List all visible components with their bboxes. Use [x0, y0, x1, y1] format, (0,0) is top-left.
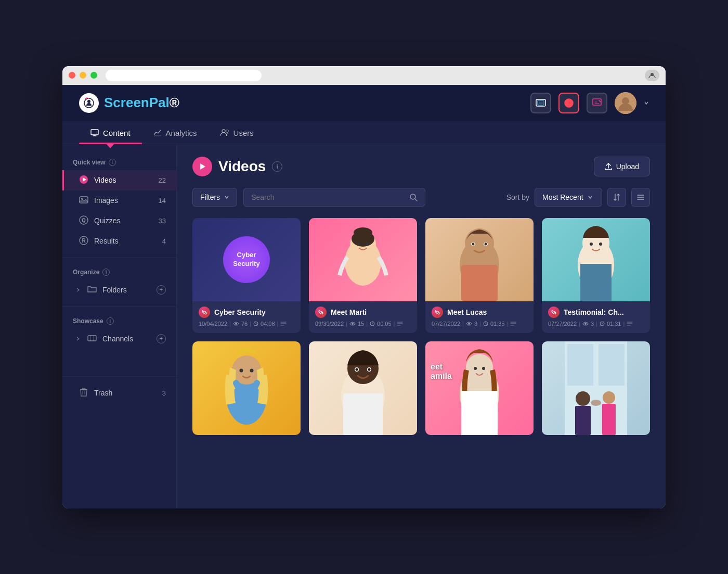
svg-point-54	[250, 368, 254, 372]
sort-direction-btn[interactable]	[607, 188, 626, 207]
svg-point-12	[222, 130, 225, 133]
logo-text: ScreenPal®	[104, 95, 179, 111]
trash-icon	[79, 388, 89, 399]
user-avatar[interactable]	[615, 92, 636, 114]
amira-illustration	[215, 341, 278, 435]
svg-point-53	[240, 368, 243, 372]
svg-rect-69	[599, 344, 625, 386]
sidebar-item-folders[interactable]: Folders +	[62, 280, 176, 300]
video-card-meet-marti[interactable]: Meet Marti 09/30/2022 | 15 | 00:05 |	[309, 218, 417, 333]
showcase-label: Showcase	[73, 317, 103, 325]
video-title-testimonial: Testimonial: Ch...	[564, 308, 624, 316]
svg-point-25	[235, 323, 237, 325]
upload-button[interactable]: Upload	[594, 157, 650, 176]
svg-rect-41	[461, 265, 498, 301]
content-icon	[90, 129, 99, 137]
channels-add-btn[interactable]: +	[157, 334, 166, 343]
video-title-cyber: Cyber Security	[214, 308, 266, 316]
video-card-amira[interactable]	[192, 341, 301, 435]
cyber-circle: CyberSecurity	[223, 236, 270, 283]
search-box[interactable]	[243, 188, 425, 207]
quick-view-info-icon: i	[109, 159, 116, 166]
video-title-row-marti: Meet Marti	[315, 307, 411, 318]
svg-point-49	[584, 323, 587, 325]
link-icon-testimonial	[548, 307, 560, 318]
tab-analytics[interactable]: Analytics	[142, 121, 209, 144]
search-input[interactable]	[251, 193, 405, 201]
tab-content[interactable]: Content	[79, 121, 142, 144]
sidebar-item-videos[interactable]: Videos 22	[62, 170, 176, 190]
video-info-lucas: Meet Lucas 07/27/2022 | 3 | 01:35 |	[425, 301, 534, 333]
sidebar-item-trash[interactable]: Trash 3	[62, 383, 176, 403]
channels-expand-icon[interactable]	[74, 335, 82, 342]
organize-section: Organize i	[62, 264, 176, 280]
page-title: Videos	[218, 158, 266, 175]
analytics-icon	[153, 129, 162, 137]
showcase-section: Showcase i	[62, 313, 176, 329]
video-thumb-marti	[309, 218, 417, 301]
filters-button[interactable]: Filters	[192, 188, 237, 207]
chrome-profile[interactable]	[645, 70, 659, 81]
svg-rect-11	[91, 130, 98, 135]
svg-point-60	[368, 368, 371, 371]
folders-expand-icon[interactable]	[74, 286, 82, 294]
record-btn[interactable]	[558, 93, 579, 113]
maximize-btn[interactable]	[90, 72, 97, 79]
video-card-meet-lucas[interactable]: Meet Lucas 07/27/2022 | 3 | 01:35 |	[425, 218, 534, 333]
video-thumb-lucas	[425, 218, 534, 301]
upload-label: Upload	[616, 162, 639, 171]
svg-rect-71	[575, 406, 591, 435]
svg-rect-16	[80, 197, 88, 203]
video-card-testimonial[interactable]: Testimonial: Ch... 07/27/2022 | 3 | 01:3…	[542, 218, 650, 333]
analytics-tab-label: Analytics	[166, 129, 197, 137]
sidebar-videos-count: 22	[159, 176, 166, 184]
filters-label: Filters	[200, 193, 220, 201]
organize-info-icon: i	[102, 269, 110, 276]
sidebar-item-results[interactable]: R Results 4	[62, 231, 176, 251]
svg-point-40	[485, 243, 487, 245]
sidebar-item-channels[interactable]: Channels +	[62, 329, 176, 349]
upload-icon	[605, 163, 612, 170]
tab-users[interactable]: Users	[209, 121, 265, 144]
svg-point-63	[466, 354, 493, 381]
svg-point-7	[566, 100, 571, 106]
video-card-office[interactable]	[542, 341, 650, 435]
video-thumb-testimonial	[542, 218, 650, 301]
video-meta-lucas: 07/27/2022 | 3 | 01:35 |	[432, 321, 527, 327]
sidebar-quizzes-count: 33	[159, 217, 166, 225]
svg-point-39	[472, 243, 475, 245]
quizzes-icon: Q	[79, 215, 89, 226]
top-nav: ScreenPal®	[62, 85, 666, 121]
top-nav-right	[530, 92, 649, 114]
link-icon-marti	[315, 307, 327, 318]
close-btn[interactable]	[69, 72, 75, 79]
video-card-james[interactable]	[309, 341, 417, 435]
video-title-row-cyber: Cyber Security	[199, 307, 294, 318]
sort-dropdown[interactable]: Most Recent	[535, 188, 602, 207]
video-info-testimonial: Testimonial: Ch... 07/27/2022 | 3 | 01:3…	[542, 301, 650, 333]
minimize-btn[interactable]	[80, 72, 86, 79]
testimonial-illustration	[565, 218, 627, 301]
sidebar-divider-2	[62, 307, 176, 307]
title-play-icon	[192, 157, 212, 176]
sidebar-item-images[interactable]: Images 14	[62, 190, 176, 211]
video-info-marti: Meet Marti 09/30/2022 | 15 | 00:05 |	[309, 301, 417, 333]
svg-point-74	[591, 400, 601, 406]
video-card-cyber-security[interactable]: CyberSecurity Cyber Security	[192, 218, 301, 333]
search-icon	[409, 193, 418, 201]
video-card-camila[interactable]: eetamila	[425, 341, 534, 435]
sidebar-images-count: 14	[159, 197, 166, 205]
list-view-btn[interactable]	[631, 188, 650, 207]
video-meta-marti: 09/30/2022 | 15 | 00:05 |	[315, 321, 411, 327]
capture-btn[interactable]	[530, 93, 551, 113]
sidebar-item-quizzes[interactable]: Q Quizzes 33	[62, 211, 176, 231]
svg-rect-68	[567, 344, 593, 386]
edit-btn[interactable]	[587, 93, 607, 113]
folders-add-btn[interactable]: +	[157, 285, 166, 295]
video-thumb-camila: eetamila	[425, 341, 534, 435]
url-bar[interactable]	[106, 70, 262, 81]
video-thumb-cyber-security: CyberSecurity	[192, 218, 301, 301]
sidebar-videos-label: Videos	[94, 176, 116, 184]
svg-point-31	[357, 243, 360, 246]
main-nav: Content Analytics Users	[62, 121, 666, 144]
